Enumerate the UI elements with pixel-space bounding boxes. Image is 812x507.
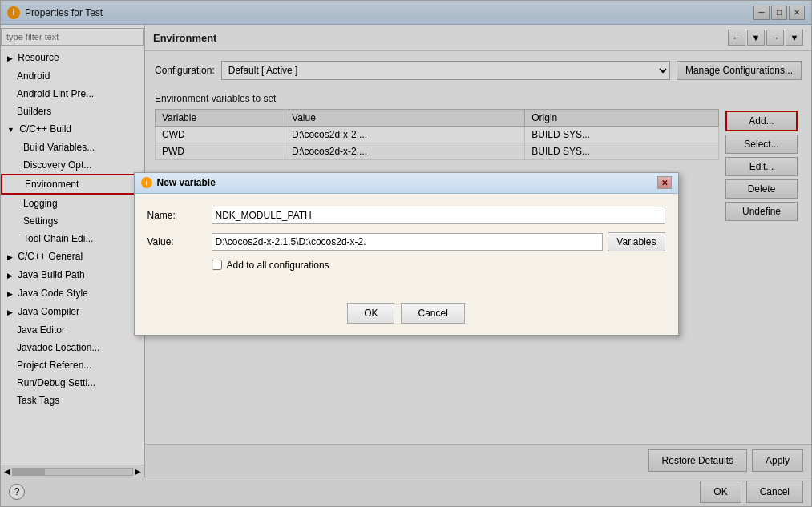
name-input[interactable] <box>212 207 665 224</box>
modal-overlay: i New variable ✕ Name: Value: Variables <box>1 1 811 506</box>
name-label: Name: <box>147 210 212 221</box>
modal-icon: i <box>141 177 152 188</box>
modal-title: New variable <box>157 177 657 188</box>
modal-title-bar: i New variable ✕ <box>135 173 678 194</box>
checkbox-label: Add to all configurations <box>227 260 329 271</box>
main-window: i Properties for Test ─ □ ✕ ▶ Resource A… <box>0 0 812 507</box>
value-input[interactable] <box>212 233 604 251</box>
value-row: Value: Variables <box>147 232 665 251</box>
modal-cancel-button[interactable]: Cancel <box>401 303 464 324</box>
modal-ok-button[interactable]: OK <box>347 303 394 324</box>
variables-button[interactable]: Variables <box>608 232 665 251</box>
modal-footer: OK Cancel <box>135 296 678 335</box>
new-variable-dialog: i New variable ✕ Name: Value: Variables <box>134 172 679 336</box>
modal-close-button[interactable]: ✕ <box>657 176 672 189</box>
add-to-all-checkbox[interactable] <box>212 260 222 270</box>
name-row: Name: <box>147 207 665 224</box>
value-label: Value: <box>147 236 212 247</box>
checkbox-row: Add to all configurations <box>147 260 665 271</box>
modal-body: Name: Value: Variables Add to all config… <box>135 194 678 296</box>
